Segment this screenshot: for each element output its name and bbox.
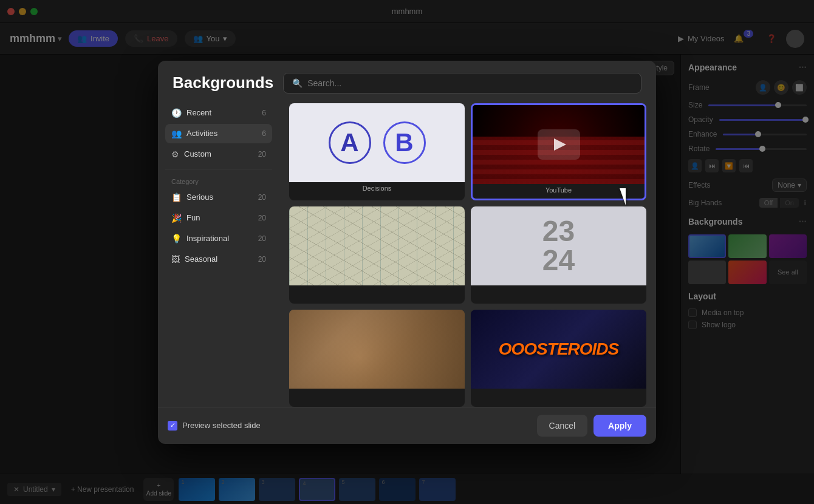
ooosteroids-bg: OOOSTEROIDS <box>471 310 646 389</box>
grid-item-youtube[interactable]: YouTube <box>471 103 646 200</box>
yt-theater <box>473 105 645 184</box>
yt-screen <box>538 129 580 160</box>
sidebar-fun-label: Fun <box>186 213 200 222</box>
grid-item-decisions-label: Decisions <box>289 182 465 194</box>
sidebar-item-serious[interactable]: 📋 Serious 20 <box>165 188 272 207</box>
decisions-bg: A B <box>289 103 465 182</box>
grid-item-youtube-label: YouTube <box>473 184 645 196</box>
sidebar-activities-count: 6 <box>262 129 266 138</box>
sidebar-inspirational-count: 20 <box>258 234 266 243</box>
grid-item-ooosteroids[interactable]: OOOSTEROIDS <box>471 310 646 407</box>
grid-item-coffee-label <box>289 389 465 393</box>
grid-item-maps-label <box>289 285 465 290</box>
preview-label: Preview selected slide <box>182 421 261 430</box>
modal-sidebar: 🕐 Recent 6 👥 Activities 6 ⚙ Custom <box>158 103 279 407</box>
ooosteroids-text: OOOSTEROIDS <box>499 339 618 359</box>
custom-icon: ⚙ <box>171 149 179 159</box>
search-input[interactable] <box>307 78 632 88</box>
inspirational-icon: 💡 <box>171 234 182 243</box>
youtube-bg <box>473 105 645 184</box>
sidebar-item-recent[interactable]: 🕐 Recent 6 <box>165 103 272 123</box>
modal-header: Backgrounds 🔍 <box>158 61 656 94</box>
recent-icon: 🕐 <box>171 108 182 118</box>
sidebar-item-custom[interactable]: ⚙ Custom 20 <box>165 145 272 164</box>
modal-footer: ✓ Preview selected slide Cancel Apply <box>158 407 656 444</box>
fun-icon: 🎉 <box>171 213 182 223</box>
sidebar-custom-label: Custom <box>184 149 211 158</box>
grid-item-coffee[interactable] <box>289 310 465 407</box>
sidebar-recent-label: Recent <box>186 108 211 117</box>
sidebar-seasonal-label: Seasonal <box>185 254 217 264</box>
search-icon: 🔍 <box>292 78 303 88</box>
sidebar-item-inspirational[interactable]: 💡 Inspirational 20 <box>165 229 272 248</box>
grid-item-ooosteroids-label <box>471 389 646 393</box>
calendar-nums: 2324 <box>542 217 575 275</box>
sidebar-divider <box>165 169 272 169</box>
modal-overlay: Backgrounds 🔍 🕐 Recent 6 👥 <box>0 0 814 504</box>
sidebar-custom-count: 20 <box>258 150 266 158</box>
footer-left: ✓ Preview selected slide <box>168 421 261 431</box>
grid-item-maps[interactable] <box>289 206 465 304</box>
grid-item-calendar-label <box>471 285 646 290</box>
modal-body: 🕐 Recent 6 👥 Activities 6 ⚙ Custom <box>158 94 656 407</box>
coffee-blur <box>289 310 465 389</box>
activities-icon: 👥 <box>171 129 182 138</box>
preview-checkbox[interactable]: ✓ <box>168 421 177 431</box>
letter-a: A <box>329 121 371 164</box>
maps-bg <box>289 206 465 285</box>
letter-b: B <box>383 121 426 164</box>
sidebar-serious-label: Serious <box>186 192 213 202</box>
serious-icon: 📋 <box>171 192 182 202</box>
search-container: 🔍 <box>283 73 641 94</box>
calendar-bg: 2324 <box>471 206 646 285</box>
sidebar-item-fun[interactable]: 🎉 Fun 20 <box>165 208 272 228</box>
apply-button[interactable]: Apply <box>593 415 646 437</box>
grid-item-decisions[interactable]: A B Decisions <box>289 103 465 200</box>
modal-grid: A B Decisions YouTu <box>279 103 656 407</box>
cancel-button[interactable]: Cancel <box>537 415 588 437</box>
sidebar-seasonal-count: 20 <box>258 255 266 264</box>
category-label: Category <box>165 174 272 188</box>
coffee-bg <box>289 310 465 389</box>
sidebar-serious-count: 20 <box>258 193 266 202</box>
footer-right: Cancel Apply <box>537 415 646 437</box>
sidebar-fun-count: 20 <box>258 214 266 222</box>
maps-lines <box>289 206 465 285</box>
grid-item-calendar[interactable]: 2324 <box>471 206 646 304</box>
backgrounds-modal: Backgrounds 🔍 🕐 Recent 6 👥 <box>158 61 656 444</box>
modal-title: Backgrounds <box>173 73 273 92</box>
play-icon <box>554 138 566 151</box>
sidebar-inspirational-label: Inspirational <box>186 234 229 243</box>
seasonal-icon: 🖼 <box>171 254 180 264</box>
sidebar-activities-label: Activities <box>186 129 217 138</box>
sidebar-recent-count: 6 <box>262 109 266 117</box>
sidebar-item-seasonal[interactable]: 🖼 Seasonal 20 <box>165 250 272 269</box>
sidebar-item-activities[interactable]: 👥 Activities 6 <box>165 124 272 143</box>
